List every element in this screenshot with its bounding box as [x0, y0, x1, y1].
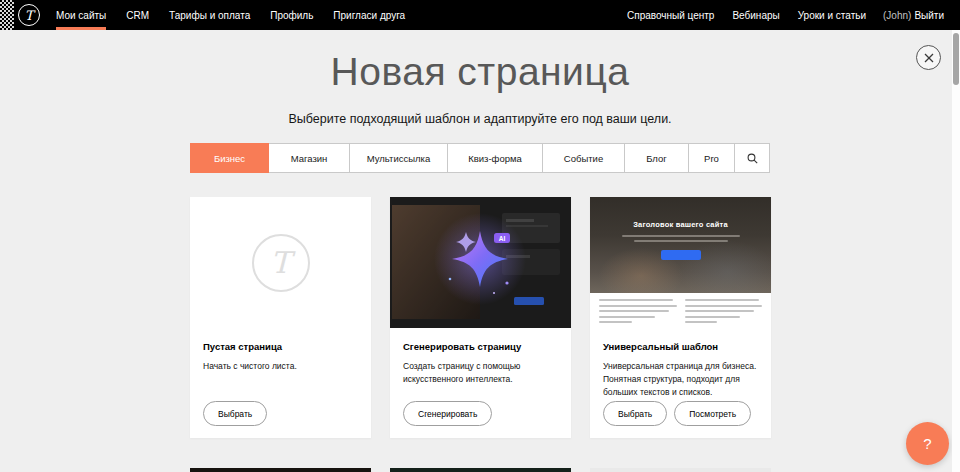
ai-artwork: AI [390, 197, 571, 328]
tilda-logo[interactable]: T [18, 4, 40, 26]
placeholder-line [685, 310, 755, 312]
placeholder-line [685, 299, 759, 301]
placeholder-line [599, 321, 632, 323]
scrollbar[interactable] [952, 30, 960, 472]
topbar: T Мои сайты CRM Тарифы и оплата Профиль … [0, 0, 960, 30]
placeholder-line [685, 316, 741, 318]
tilda-watermark-icon: T [252, 234, 310, 292]
logout-link[interactable]: Выйти [914, 10, 944, 21]
nav-item-billing[interactable]: Тарифы и оплата [159, 0, 260, 30]
search-icon [747, 153, 758, 164]
question-icon: ? [923, 435, 931, 452]
tab-quiz-form[interactable]: Квиз-форма [448, 143, 543, 173]
card-description: Создать страницу с помощью искусственног… [403, 360, 558, 386]
card-body: Сгенерировать страницу Создать страницу … [390, 328, 571, 438]
user-name: (John) [883, 10, 911, 21]
placeholder-line [599, 305, 677, 307]
select-button[interactable]: Выбрать [203, 401, 267, 426]
preview-text-section [590, 293, 771, 328]
placeholder-line [622, 235, 740, 237]
page-title: Новая страница [0, 50, 960, 94]
preview-hero-heading: Заголовок вашего сайта [633, 220, 728, 229]
card-description: Универсальная страница для бизнеса. Поня… [603, 360, 758, 400]
template-card-partial[interactable] [390, 468, 571, 472]
template-cards: T Пустая страница Начать с чистого листа… [190, 197, 771, 438]
help-button[interactable]: ? [906, 422, 949, 465]
template-card-generate: AI Сгенерировать страницу Создать страни… [390, 197, 571, 438]
tab-blog[interactable]: Блог [625, 143, 689, 173]
nav-item-help-center[interactable]: Справочный центр [618, 0, 723, 30]
tab-pro[interactable]: Pro [689, 143, 735, 173]
placeholder-text-column [685, 299, 763, 328]
card-preview-blank[interactable]: T [190, 197, 371, 328]
topbar-nav: Мои сайты CRM Тарифы и оплата Профиль Пр… [46, 0, 415, 30]
card-preview-ai[interactable]: AI [390, 197, 571, 328]
card-title: Универсальный шаблон [603, 341, 758, 352]
nav-item-profile[interactable]: Профиль [260, 0, 323, 30]
close-icon [924, 53, 934, 63]
preview-hero: Заголовок вашего сайта [590, 197, 771, 293]
page-subtitle: Выберите подходящий шаблон и адаптируйте… [0, 112, 960, 126]
tab-search[interactable] [735, 143, 770, 173]
card-preview-universal[interactable]: Заголовок вашего сайта [590, 197, 771, 328]
select-button[interactable]: Выбрать [603, 401, 667, 426]
card-actions: Сгенерировать [403, 401, 558, 426]
template-cards-row2 [190, 468, 771, 472]
tab-shop[interactable]: Магазин [269, 143, 350, 173]
nav-item-invite-friend[interactable]: Пригласи друга [323, 0, 415, 30]
template-card-blank: T Пустая страница Начать с чистого листа… [190, 197, 371, 438]
card-title: Сгенерировать страницу [403, 341, 558, 352]
nav-item-lessons[interactable]: Уроки и статьи [789, 0, 875, 30]
placeholder-line [685, 321, 718, 323]
close-button[interactable] [916, 45, 941, 70]
nav-item-my-sites[interactable]: Мои сайты [46, 0, 116, 30]
template-tabs: Бизнес Магазин Мультиссылка Квиз-форма С… [190, 143, 770, 173]
placeholder-line [599, 316, 655, 318]
placeholder-text-column [599, 299, 677, 328]
placeholder-line [599, 299, 673, 301]
card-actions: Выбрать Посмотреть [603, 401, 758, 426]
preview-cta-button [661, 250, 701, 260]
scrollbar-thumb[interactable] [953, 33, 959, 85]
tab-event[interactable]: Событие [543, 143, 625, 173]
svg-text:AI: AI [499, 235, 506, 242]
tilda-logo-letter: T [25, 9, 34, 22]
tilda-pattern [0, 0, 14, 30]
placeholder-line [599, 310, 669, 312]
template-card-partial[interactable] [590, 468, 771, 472]
tab-multilink[interactable]: Мультиссылка [350, 143, 448, 173]
topbar-nav-right: Справочный центр Вебинары Уроки и статьи… [618, 0, 960, 30]
tab-business[interactable]: Бизнес [190, 143, 269, 173]
template-card-universal: Заголовок вашего сайта [590, 197, 771, 438]
card-body: Универсальный шаблон Универсальная стран… [590, 328, 771, 438]
placeholder-line [634, 240, 728, 242]
preview-button[interactable]: Посмотреть [674, 401, 751, 426]
template-card-partial[interactable] [190, 468, 371, 472]
nav-item-webinars[interactable]: Вебинары [723, 0, 788, 30]
card-description: Начать с чистого листа. [203, 360, 358, 373]
placeholder-line [685, 305, 763, 307]
card-body: Пустая страница Начать с чистого листа. … [190, 328, 371, 438]
card-actions: Выбрать [203, 401, 358, 426]
card-title: Пустая страница [203, 341, 358, 352]
nav-item-crm[interactable]: CRM [116, 0, 159, 30]
generate-button[interactable]: Сгенерировать [403, 401, 492, 426]
